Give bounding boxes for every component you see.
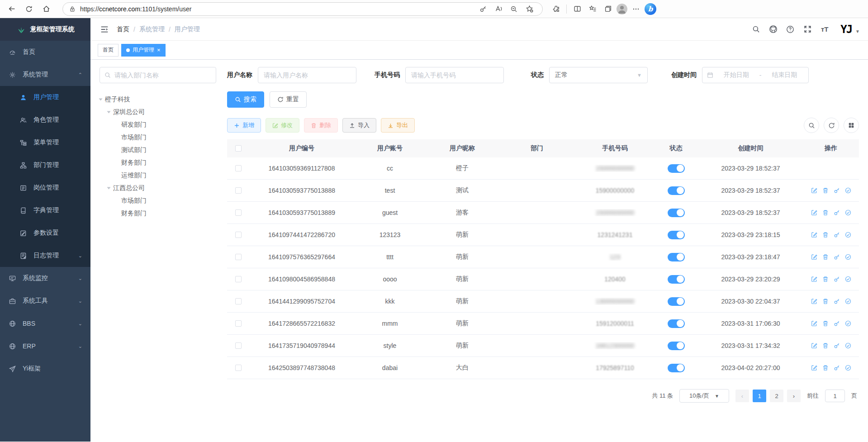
check-circle-row-icon[interactable] — [845, 209, 851, 216]
check-circle-row-icon[interactable] — [845, 342, 851, 349]
row-checkbox[interactable] — [235, 209, 242, 216]
column-settings-icon[interactable] — [844, 118, 859, 133]
date-range-picker[interactable]: 开始日期 - 结束日期 — [702, 67, 809, 83]
key-row-icon[interactable] — [834, 365, 840, 371]
status-toggle-on[interactable] — [668, 319, 685, 328]
export-button[interactable]: 导出 — [381, 118, 415, 133]
status-toggle-on[interactable] — [668, 297, 685, 306]
key-row-icon[interactable] — [834, 276, 840, 282]
delete-button[interactable]: 删除 — [304, 118, 338, 133]
tree-expand-icon[interactable] — [107, 187, 111, 190]
key-row-icon[interactable] — [834, 320, 840, 327]
show-search-toggle-icon[interactable] — [804, 118, 819, 133]
address-bar[interactable]: https://ccnetcore.com:1101/system/user — [62, 2, 543, 16]
sidebar-item-log-mgmt[interactable]: 日志管理⌄ — [0, 244, 90, 267]
row-checkbox[interactable] — [235, 254, 242, 260]
edit-row-icon[interactable] — [811, 232, 817, 238]
status-toggle-on[interactable] — [668, 253, 685, 261]
sidebar-item-param-settings[interactable]: 参数设置 — [0, 222, 90, 244]
key-row-icon[interactable] — [834, 298, 840, 304]
add-favorite-icon[interactable] — [522, 2, 536, 16]
sidebar-item-bbs[interactable]: BBS⌄ — [0, 312, 90, 335]
tree-node-研发部门[interactable]: 研发部门 — [100, 119, 216, 131]
status-select[interactable]: 正常 ▼ — [549, 67, 648, 83]
sidebar-item-role-mgmt[interactable]: 角色管理 — [0, 109, 90, 131]
check-circle-row-icon[interactable] — [845, 298, 851, 304]
check-circle-row-icon[interactable] — [845, 276, 851, 282]
tree-node-测试部门[interactable]: 测试部门 — [100, 144, 216, 157]
sidebar-item-home[interactable]: 首页 — [0, 41, 90, 63]
trash-row-icon[interactable] — [822, 187, 829, 194]
check-circle-row-icon[interactable] — [845, 320, 851, 327]
modify-button[interactable]: 修改 — [266, 118, 299, 133]
key-row-icon[interactable] — [834, 232, 840, 238]
close-icon[interactable]: × — [157, 47, 161, 53]
edit-row-icon[interactable] — [811, 320, 817, 327]
favorites-bar-icon[interactable] — [586, 2, 599, 16]
sidebar-item-yi-frame[interactable]: Yi框架 — [0, 357, 90, 380]
read-aloud-icon[interactable] — [492, 2, 505, 16]
question-icon[interactable] — [783, 22, 798, 37]
key-row-icon[interactable] — [834, 342, 840, 349]
settings-more-icon[interactable] — [629, 2, 643, 16]
trash-row-icon[interactable] — [822, 365, 829, 371]
extensions-icon[interactable] — [549, 2, 563, 16]
status-toggle-on[interactable] — [668, 364, 685, 372]
tree-node-财务部门[interactable]: 财务部门 — [100, 157, 216, 169]
page-2-button[interactable]: 2 — [770, 390, 783, 402]
page-size-select[interactable]: 10条/页▼ — [679, 389, 729, 403]
edit-row-icon[interactable] — [811, 365, 817, 371]
key-row-icon[interactable] — [834, 209, 840, 216]
username-input[interactable] — [258, 67, 356, 83]
tree-node-市场部门[interactable]: 市场部门 — [100, 131, 216, 144]
tree-node-运维部门[interactable]: 运维部门 — [100, 169, 216, 182]
tree-expand-icon[interactable] — [107, 111, 111, 114]
tree-node-财务部门[interactable]: 财务部门 — [100, 207, 216, 220]
tab-首页[interactable]: 首页 — [98, 44, 119, 57]
sidebar-item-dept-mgmt[interactable]: 部门管理 — [0, 154, 90, 176]
check-circle-row-icon[interactable] — [845, 365, 851, 371]
row-checkbox[interactable] — [235, 342, 242, 349]
status-toggle-on[interactable] — [668, 231, 685, 239]
next-page-button[interactable]: › — [787, 390, 801, 402]
sidebar-item-post-mgmt[interactable]: 岗位管理 — [0, 176, 90, 199]
tab-用户管理[interactable]: 用户管理× — [121, 44, 166, 57]
sidebar-item-system-monitor[interactable]: 系统监控⌄ — [0, 267, 90, 290]
trash-row-icon[interactable] — [822, 298, 829, 304]
password-key-icon[interactable] — [476, 2, 490, 16]
department-search-input[interactable] — [114, 71, 211, 79]
reset-button[interactable]: 重置 — [270, 91, 307, 108]
select-all-checkbox[interactable] — [235, 145, 242, 152]
edit-row-icon[interactable] — [811, 298, 817, 304]
row-checkbox[interactable] — [235, 298, 242, 304]
row-checkbox[interactable] — [235, 365, 242, 371]
font-size-icon[interactable]: тT — [817, 22, 832, 37]
status-toggle-on[interactable] — [668, 164, 685, 173]
row-checkbox[interactable] — [235, 276, 242, 282]
sidebar-toggle-icon[interactable] — [98, 23, 111, 36]
search-button[interactable]: 搜索 — [227, 91, 264, 108]
edit-row-icon[interactable] — [811, 187, 817, 194]
refresh-table-icon[interactable] — [824, 118, 839, 133]
github-icon[interactable] — [765, 22, 781, 37]
split-screen-icon[interactable] — [570, 2, 584, 16]
copilot-icon[interactable]: b — [645, 3, 656, 15]
zoom-magnifier-icon[interactable] — [507, 2, 521, 16]
trash-row-icon[interactable] — [822, 342, 829, 349]
import-button[interactable]: 导入 — [342, 118, 376, 133]
add-button[interactable]: 新增 — [227, 118, 261, 133]
edit-row-icon[interactable] — [811, 276, 817, 282]
goto-page-input[interactable] — [825, 390, 845, 402]
row-checkbox[interactable] — [235, 232, 242, 238]
status-toggle-on[interactable] — [668, 209, 685, 217]
fullscreen-icon[interactable] — [800, 22, 815, 37]
sidebar-item-user-mgmt[interactable]: 用户管理 — [0, 86, 90, 109]
collections-icon[interactable] — [601, 2, 615, 16]
row-checkbox[interactable] — [235, 187, 242, 194]
trash-row-icon[interactable] — [822, 320, 829, 327]
edit-row-icon[interactable] — [811, 342, 817, 349]
search-icon[interactable] — [748, 22, 764, 37]
key-row-icon[interactable] — [834, 254, 840, 260]
user-avatar-logo[interactable]: ΥJ — [840, 24, 852, 35]
sidebar-item-system-mgmt[interactable]: 系统管理⌃ — [0, 63, 90, 86]
